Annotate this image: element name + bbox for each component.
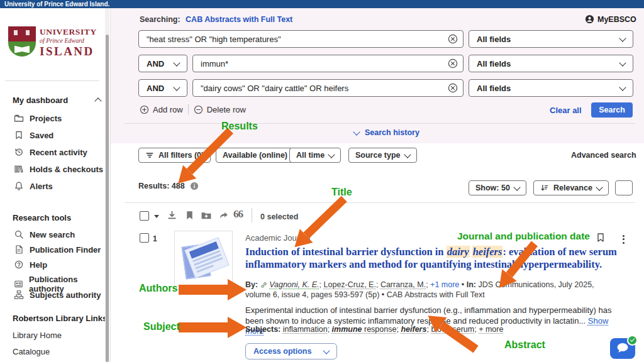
top-banner: University of Prince Edward Island. <box>0 0 644 8</box>
all-time-filter[interactable]: All time <box>289 148 341 163</box>
search-row-3 <box>192 79 464 97</box>
filter-icon <box>145 151 154 160</box>
highlighted-term: heifers <box>472 246 503 258</box>
top-banner-title: University of Prince Edward Island. <box>4 1 109 8</box>
chat-online-badge <box>627 335 638 346</box>
cite-quote-icon[interactable]: 66 <box>233 208 243 221</box>
show-per-page-select[interactable]: Show: 50 <box>469 180 526 195</box>
record-checkbox[interactable] <box>140 233 149 243</box>
annotation-label-journal: Journal and publication date <box>457 231 590 242</box>
select-all-checkbox[interactable] <box>140 211 149 221</box>
sidebar-section-my-dashboard[interactable]: My dashboard <box>13 96 101 105</box>
subject-link[interactable]: heifers <box>401 325 426 334</box>
upei-shield-logo[interactable] <box>8 26 36 57</box>
record-bookmark-icon[interactable] <box>596 233 606 243</box>
plus-circle-icon <box>140 105 149 114</box>
holds-checkouts-icon <box>14 164 24 174</box>
minus-circle-icon <box>194 105 203 114</box>
sidebar-item-alerts[interactable]: Alerts <box>14 181 53 191</box>
person-icon <box>585 14 594 24</box>
selected-count: 0 selected <box>260 212 298 221</box>
divider <box>125 202 635 203</box>
divider <box>188 104 189 114</box>
field-select-3[interactable]: All fields <box>469 79 633 97</box>
access-options-button[interactable]: Access options <box>245 343 337 359</box>
annotation-arrow-subject <box>179 317 247 338</box>
database-link[interactable]: CAB Abstracts with Full Text <box>186 15 292 24</box>
sidebar-item-projects[interactable]: Projects <box>14 113 62 123</box>
arrow-head <box>228 279 247 300</box>
sidebar-item-publication-finder[interactable]: Publication Finder <box>14 244 101 255</box>
annotation-label-results: Results <box>221 121 258 132</box>
subjects-authority-icon <box>14 290 24 300</box>
clear-input-3-icon[interactable] <box>448 83 458 93</box>
search-history-toggle[interactable]: Search history <box>354 128 419 137</box>
sidebar-item-recent-activity[interactable]: Recent activity <box>14 147 87 157</box>
chat-bubble-icon <box>616 343 630 353</box>
field-select-1[interactable]: All fields <box>469 30 633 48</box>
sidebar-scrollbar-thumb[interactable] <box>106 35 109 362</box>
clear-all-button[interactable]: Clear all <box>550 106 582 115</box>
search-input-2[interactable] <box>192 55 464 72</box>
annotation-arrow-title <box>288 192 351 254</box>
sidebar-item-new-search[interactable]: New search <box>14 229 75 239</box>
sidebar-link-library-home[interactable]: Library Home <box>13 331 62 340</box>
subject-link[interactable]: inflammation <box>283 325 328 334</box>
sidebar-link-catalogue[interactable]: Catalogue <box>13 347 50 356</box>
more-authors-link[interactable]: +1 more <box>430 280 459 289</box>
chevron-down-icon <box>619 35 626 41</box>
boolean-select-2[interactable]: AND <box>138 55 187 72</box>
boolean-select-3[interactable]: AND <box>138 79 187 97</box>
myebsco-button[interactable]: MyEBSCO <box>585 14 636 24</box>
clear-input-1-icon[interactable] <box>448 34 458 44</box>
select-all-caret-icon[interactable] <box>154 215 159 218</box>
author-link[interactable]: Lopez-Cruz, E. <box>324 280 376 289</box>
sort-select[interactable]: Relevance <box>533 180 609 195</box>
annotation-label-title: Title <box>331 187 352 198</box>
upei-wordmark[interactable]: UNIVERSITY of Prince Edward ISLAND <box>40 28 97 57</box>
search-icon <box>14 229 24 239</box>
source-type-filter[interactable]: Source type <box>348 148 417 163</box>
highlighted-term: dairy <box>447 246 470 258</box>
chevron-up-icon <box>94 97 101 104</box>
add-to-folder-icon[interactable] <box>201 210 212 221</box>
delete-row-button[interactable]: Delete row <box>194 105 246 114</box>
search-input-3[interactable] <box>192 79 464 97</box>
record-byline: By: Vagnoni, K. E.; Lopez-Cruz, E.; Carr… <box>245 280 615 300</box>
subject-link[interactable]: immune response <box>332 325 397 334</box>
author-link[interactable]: Carranza, M. <box>380 280 426 289</box>
arrow-shaft <box>179 285 228 295</box>
projects-folder-icon <box>14 113 24 123</box>
add-row-button[interactable]: Add row <box>140 105 183 114</box>
clear-input-2-icon[interactable] <box>448 58 458 69</box>
sidebar-item-help[interactable]: Help <box>14 260 47 270</box>
annotation-label-subject: Subject <box>143 321 180 332</box>
field-select-2[interactable]: All fields <box>469 55 633 72</box>
author-link[interactable]: Vagnoni, K. E. <box>269 280 319 289</box>
chevron-down-icon <box>173 84 180 90</box>
advanced-search-link[interactable]: Advanced search <box>571 151 636 160</box>
chevron-down-icon <box>513 184 520 190</box>
shield-bottom <box>8 41 36 57</box>
sidebar-item-saved[interactable]: Saved <box>14 130 53 140</box>
sidebar: UNIVERSITY of Prince Edward ISLAND My da… <box>0 8 111 362</box>
available-online-filter[interactable]: Available (online) <box>216 148 294 163</box>
bookmark-icon[interactable] <box>184 210 195 221</box>
sidebar-section-library-links: Robertson Library Links <box>13 314 107 323</box>
record-overflow-menu[interactable] <box>620 233 626 245</box>
chat-widget-button[interactable] <box>610 338 635 359</box>
search-input-1[interactable] <box>138 30 464 48</box>
book-icon <box>14 45 30 53</box>
chevron-down-icon <box>353 128 360 135</box>
sidebar-item-holds-checkouts[interactable]: Holds & checkouts <box>14 164 103 174</box>
more-subjects-link[interactable]: + more <box>479 325 503 334</box>
search-button[interactable]: Search <box>591 102 633 118</box>
sidebar-item-subjects-authority[interactable]: Subjects authority <box>14 290 101 300</box>
divider <box>125 123 635 124</box>
share-icon[interactable] <box>218 210 229 221</box>
sidebar-divider <box>5 80 99 81</box>
sidebar-section-research-tools: Research tools <box>13 213 71 222</box>
results-overflow-menu[interactable] <box>615 180 633 195</box>
annotation-label-abstract: Abstract <box>504 339 545 351</box>
download-icon[interactable] <box>167 210 177 221</box>
